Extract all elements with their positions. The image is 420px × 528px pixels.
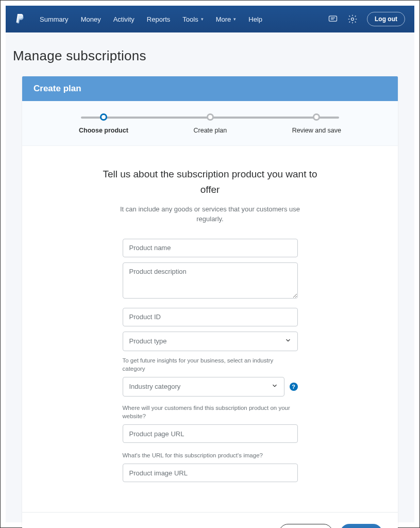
- step-choose-product: Choose product: [79, 113, 128, 134]
- product-type-select[interactable]: Product type: [123, 332, 298, 351]
- page-title: Manage subscriptions: [6, 32, 414, 76]
- form-heading: Tell us about the subscription product y…: [102, 167, 318, 198]
- product-description-input[interactable]: [123, 262, 298, 299]
- svg-rect-0: [329, 16, 337, 21]
- step-circle-icon: [100, 113, 107, 121]
- industry-helper-text: To get future insights for your business…: [123, 356, 298, 373]
- product-image-url-input[interactable]: [123, 464, 298, 482]
- card-header: Create plan: [22, 76, 398, 101]
- messages-icon[interactable]: [328, 14, 338, 24]
- step-label: Review and save: [292, 127, 341, 134]
- create-plan-card: Create plan Choose product Create plan: [22, 76, 398, 528]
- product-name-input[interactable]: [123, 239, 298, 257]
- svg-point-1: [351, 18, 354, 21]
- product-id-input[interactable]: [123, 308, 298, 326]
- form-subheading: It can include any goods or services tha…: [107, 204, 313, 224]
- nav-reports[interactable]: Reports: [147, 15, 171, 23]
- page-url-helper-text: Where will your customers find this subs…: [123, 404, 298, 420]
- logout-button[interactable]: Log out: [367, 12, 405, 26]
- stepper: Choose product Create plan Review and sa…: [22, 101, 398, 146]
- previous-button[interactable]: Previous: [279, 524, 333, 528]
- industry-category-select[interactable]: Industry category: [123, 377, 284, 397]
- chevron-down-icon: ▾: [233, 16, 236, 22]
- help-icon[interactable]: ?: [290, 383, 298, 391]
- product-page-url-input[interactable]: [123, 424, 298, 443]
- paypal-logo[interactable]: [15, 12, 27, 26]
- nav-tools[interactable]: Tools▾: [182, 15, 203, 23]
- step-label: Choose product: [79, 127, 128, 134]
- step-label: Create plan: [194, 127, 227, 134]
- step-circle-icon: [207, 113, 214, 121]
- nav-money[interactable]: Money: [81, 15, 101, 23]
- nav-activity[interactable]: Activity: [113, 15, 135, 23]
- step-review-save: Review and save: [292, 113, 341, 134]
- chevron-down-icon: ▾: [201, 16, 204, 22]
- next-button[interactable]: Next: [340, 524, 382, 528]
- image-url-helper-text: What's the URL for this subscription pro…: [123, 451, 298, 459]
- step-circle-icon: [313, 113, 320, 121]
- nav-summary[interactable]: Summary: [40, 15, 69, 23]
- top-nav: Summary Money Activity Reports Tools▾ Mo…: [6, 6, 414, 32]
- nav-more[interactable]: More▾: [216, 15, 237, 23]
- gear-icon[interactable]: [347, 14, 358, 24]
- nav-help[interactable]: Help: [248, 15, 262, 23]
- step-create-plan: Create plan: [194, 113, 227, 134]
